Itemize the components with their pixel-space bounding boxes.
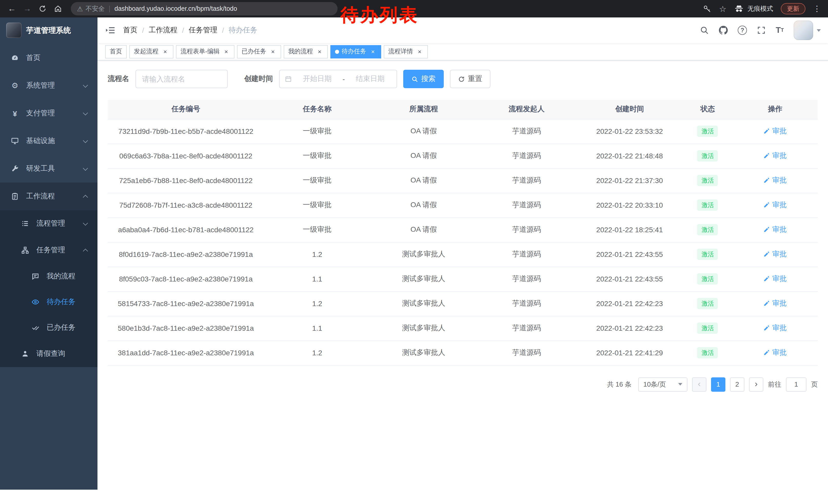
goto-label: 前往 <box>768 380 781 389</box>
sidebar-item-system[interactable]: ⚙ 系统管理 <box>0 72 97 99</box>
approve-link[interactable]: 审批 <box>763 127 787 136</box>
next-page-button[interactable]: › <box>749 377 763 392</box>
sidebar-item-dev-tools[interactable]: 研发工具 <box>0 155 97 183</box>
browser-address-bar[interactable]: ⚠ 不安全 dashboard.yudao.iocoder.cn/bpm/tas… <box>71 2 338 15</box>
cell-task-id: 381aa1dd-7ac8-11ec-a9e2-a2380e71991a <box>108 340 264 365</box>
table-row: 58154733-7ac8-11ec-a9e2-a2380e71991a1.2测… <box>108 291 818 316</box>
sidebar-item-leave-query[interactable]: 请假查询 <box>0 340 97 367</box>
cell-created-time: 2022-01-22 20:33:10 <box>576 193 683 217</box>
cell-task-name: 一级审批 <box>264 168 370 193</box>
tab[interactable]: 待办任务× <box>330 45 381 58</box>
url-text: dashboard.yudao.iocoder.cn/bpm/task/todo <box>114 5 237 12</box>
edit-icon <box>763 152 770 159</box>
tab[interactable]: 已办任务× <box>237 45 281 58</box>
cell-process-name: 测试多审批人 <box>370 316 477 340</box>
tab[interactable]: 流程表单-编辑× <box>176 45 235 58</box>
page-number-button[interactable]: 1 <box>711 377 726 392</box>
tab[interactable]: 发起流程× <box>129 45 173 58</box>
search-icon[interactable] <box>700 26 709 35</box>
sidebar-item-label: 已办任务 <box>47 323 75 332</box>
cell-task-name: 一级审批 <box>264 193 370 217</box>
approve-link[interactable]: 审批 <box>763 176 787 185</box>
tab-close-icon[interactable]: × <box>369 48 377 55</box>
sidebar-item-workflow[interactable]: 工作流程 <box>0 183 97 210</box>
sidebar-item-task-management[interactable]: 任务管理 <box>0 237 97 264</box>
approve-link[interactable]: 审批 <box>763 324 787 333</box>
breadcrumb-item[interactable]: 首页 <box>123 26 137 35</box>
person-icon <box>20 350 30 358</box>
sidebar-item-done-tasks[interactable]: 已办任务 <box>0 315 97 340</box>
sidebar-item-infrastructure[interactable]: 基础设施 <box>0 127 97 155</box>
goto-page-input[interactable] <box>786 377 806 392</box>
cell-actions: 审批 <box>733 193 818 217</box>
breadcrumb-item[interactable]: 任务管理 <box>189 26 217 35</box>
status-badge: 激活 <box>697 175 718 186</box>
tab[interactable]: 我的流程× <box>284 45 328 58</box>
status-badge: 激活 <box>697 273 718 284</box>
fullscreen-icon[interactable] <box>757 26 766 35</box>
column-header-task-name: 任务名称 <box>264 100 370 119</box>
approve-link[interactable]: 审批 <box>763 200 787 210</box>
cell-status: 激活 <box>683 193 733 217</box>
tab-close-icon[interactable]: × <box>416 48 423 55</box>
approve-label: 审批 <box>772 151 787 161</box>
approve-link[interactable]: 审批 <box>763 348 787 357</box>
tab-close-icon[interactable]: × <box>269 48 277 55</box>
sidebar-item-payment[interactable]: ¥ 支付管理 <box>0 99 97 127</box>
process-name-input[interactable] <box>135 70 228 88</box>
approve-link[interactable]: 审批 <box>763 299 787 308</box>
browser-home-button[interactable] <box>51 2 65 15</box>
page-number-button[interactable]: 2 <box>730 377 744 392</box>
tab-close-icon[interactable]: × <box>316 48 323 55</box>
chevron-up-icon <box>83 248 88 254</box>
table-row: 8f0d1619-7ac8-11ec-a9e2-a2380e71991a1.2测… <box>108 242 818 267</box>
date-range-picker[interactable]: 开始日期 - 结束日期 <box>279 70 397 88</box>
tab[interactable]: 流程详情× <box>384 45 428 58</box>
tab-close-icon[interactable]: × <box>162 48 169 55</box>
approve-label: 审批 <box>772 250 787 259</box>
tab-label: 已办任务 <box>242 47 266 56</box>
logo[interactable]: 芋道管理系统 <box>0 17 97 43</box>
breadcrumb-item[interactable]: 工作流程 <box>149 26 177 35</box>
browser-menu-icon[interactable]: ⋮ <box>813 4 821 13</box>
password-key-icon[interactable] <box>703 4 711 13</box>
tab[interactable]: 首页 <box>105 45 127 58</box>
browser-refresh-button[interactable] <box>36 2 49 15</box>
sidebar-item-todo-tasks[interactable]: 待办任务 <box>0 289 97 315</box>
github-icon[interactable] <box>719 26 728 35</box>
approve-link[interactable]: 审批 <box>763 225 787 234</box>
sidebar-item-my-processes[interactable]: 我的流程 <box>0 264 97 289</box>
approve-link[interactable]: 审批 <box>763 151 787 161</box>
sidebar-item-home[interactable]: 首页 <box>0 44 97 72</box>
sidebar-item-label: 待办任务 <box>47 297 75 307</box>
cell-created-time: 2022-01-22 18:25:41 <box>576 217 683 242</box>
search-button[interactable]: 搜索 <box>403 70 444 88</box>
cell-created-time: 2022-01-21 22:42:23 <box>576 316 683 340</box>
approve-link[interactable]: 审批 <box>763 250 787 259</box>
chat-icon <box>31 272 40 280</box>
sidebar-item-process-management[interactable]: 流程管理 <box>0 210 97 237</box>
app-shell: 芋道管理系统 首页 ⚙ 系统管理 ¥ 支付管理 <box>0 17 828 490</box>
edit-icon <box>763 251 770 258</box>
browser-update-button[interactable]: 更新 <box>781 3 805 14</box>
user-menu[interactable] <box>794 20 821 40</box>
approve-link[interactable]: 审批 <box>763 274 787 283</box>
home-icon <box>54 5 62 13</box>
page-size-select[interactable]: 10条/页 <box>638 377 688 392</box>
tab-label: 流程表单-编辑 <box>180 47 219 56</box>
prev-page-button[interactable]: ‹ <box>692 377 706 392</box>
sidebar-toggle-button[interactable] <box>97 25 123 35</box>
reset-button[interactable]: 重置 <box>450 70 490 88</box>
avatar[interactable] <box>794 20 813 40</box>
breadcrumb-separator: / <box>182 26 184 34</box>
font-size-icon[interactable]: TT <box>776 26 784 34</box>
navbar-actions: ? TT <box>700 20 828 40</box>
browser-forward-button[interactable]: → <box>20 2 34 15</box>
help-icon[interactable]: ? <box>738 26 747 35</box>
cell-actions: 审批 <box>733 144 818 168</box>
bookmark-star-icon[interactable]: ☆ <box>719 4 727 13</box>
tab-close-icon[interactable]: × <box>223 48 230 55</box>
cell-process-name: OA 请假 <box>370 168 477 193</box>
breadcrumb-separator: / <box>142 26 144 34</box>
browser-back-button[interactable]: ← <box>5 2 18 15</box>
